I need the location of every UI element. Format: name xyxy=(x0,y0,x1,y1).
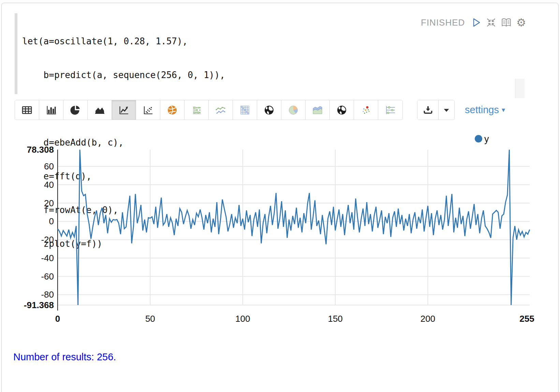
gear-icon: ⚙ xyxy=(516,17,526,28)
caret-down-icon xyxy=(442,106,451,114)
chart-type-area-button[interactable] xyxy=(88,100,112,120)
svg-text:78.308: 78.308 xyxy=(27,145,54,155)
chart-type-group xyxy=(15,100,403,120)
globe-dark-2-icon xyxy=(336,104,348,116)
multi-line-icon xyxy=(215,104,226,116)
svg-text:200: 200 xyxy=(421,314,435,324)
chart-type-globe2-button[interactable] xyxy=(330,100,354,120)
chart-type-globe-button[interactable] xyxy=(257,100,281,120)
chart-type-pie-colored-button[interactable] xyxy=(281,100,306,120)
editor-scrollbar[interactable] xyxy=(515,79,525,98)
status-badge: FINISHED xyxy=(421,17,465,28)
download-icon xyxy=(423,105,433,116)
svg-text:-80: -80 xyxy=(41,289,54,300)
svg-text:20: 20 xyxy=(44,198,54,208)
code-line: b=predict(a, sequence(256, 0, 1)), xyxy=(22,70,289,81)
settings-label: settings xyxy=(465,104,499,116)
pie-colored-icon xyxy=(288,104,299,116)
chart-type-pie-button[interactable] xyxy=(63,100,88,120)
settings-toggle[interactable]: settings ▾ xyxy=(465,100,505,120)
run-button[interactable] xyxy=(470,17,482,28)
chart-type-line-button[interactable] xyxy=(112,100,136,120)
svg-text:-91.368: -91.368 xyxy=(24,300,54,310)
minimize-icon xyxy=(486,17,496,28)
settings-caret-icon: ▾ xyxy=(502,106,505,114)
paragraph-settings-button[interactable]: ⚙ xyxy=(515,17,527,28)
download-options-button[interactable] xyxy=(439,100,454,120)
minimize-button[interactable] xyxy=(485,17,497,28)
chart-type-table-button[interactable] xyxy=(15,100,39,120)
svg-text:150: 150 xyxy=(328,314,342,324)
svg-text:-20: -20 xyxy=(41,235,54,245)
visualization-toolbar: settings ▾ xyxy=(2,100,558,120)
svg-text:y: y xyxy=(484,134,489,144)
scatter-plot-icon xyxy=(142,104,154,116)
result-line-chart[interactable]: 78.3086040200-20-40-60-80-91.36805010015… xyxy=(2,132,559,335)
svg-text:40: 40 xyxy=(44,180,54,190)
svg-text:255: 255 xyxy=(519,314,534,324)
table-icon xyxy=(21,104,33,116)
chart-type-heatmap-button[interactable] xyxy=(233,100,257,120)
chart-type-bar-button[interactable] xyxy=(39,100,63,120)
svg-text:-60: -60 xyxy=(41,271,54,282)
line-chart-icon xyxy=(118,104,130,116)
chart-type-scatter-button[interactable] xyxy=(136,100,160,120)
result-chart-area: 78.3086040200-20-40-60-80-91.36805010015… xyxy=(2,132,559,335)
stacked-area-icon xyxy=(312,104,323,116)
chart-type-scatter-colored-button[interactable] xyxy=(354,100,378,120)
code-line: let(a=oscillate(1, 0.28, 1.57), xyxy=(22,36,289,47)
svg-text:0: 0 xyxy=(49,216,54,226)
bubble-matrix-icon xyxy=(191,104,202,116)
code-gutter-bar xyxy=(15,13,17,94)
book-icon xyxy=(501,17,512,28)
globe-dark-icon xyxy=(263,104,275,116)
bar-chart-icon xyxy=(45,104,57,116)
paragraph-controls: FINISHED xyxy=(421,17,527,28)
sliders-icon xyxy=(385,104,396,116)
export-group xyxy=(417,100,455,120)
svg-text:-40: -40 xyxy=(41,253,54,263)
chart-type-stacked-area-button[interactable] xyxy=(306,100,330,120)
svg-text:100: 100 xyxy=(235,314,250,324)
svg-text:60: 60 xyxy=(44,161,54,171)
results-count-text: Number of results: 256. xyxy=(13,351,116,363)
chart-type-map-button[interactable] xyxy=(160,100,185,120)
play-icon xyxy=(471,17,482,28)
show-editor-button[interactable] xyxy=(500,17,512,28)
svg-text:50: 50 xyxy=(145,314,155,324)
notebook-paragraph-card: let(a=oscillate(1, 0.28, 1.57), b=predic… xyxy=(1,3,559,392)
globe-orange-icon xyxy=(166,104,178,116)
chart-type-parallel-coords-button[interactable] xyxy=(378,100,402,120)
chart-type-multiline-button[interactable] xyxy=(209,100,233,120)
download-button[interactable] xyxy=(417,100,439,120)
heatmap-icon xyxy=(239,104,251,116)
area-chart-icon xyxy=(94,104,105,116)
scatter-colored-icon xyxy=(360,104,372,116)
pie-chart-icon xyxy=(70,104,81,116)
chart-type-bubble-matrix-button[interactable] xyxy=(185,100,209,120)
svg-text:0: 0 xyxy=(55,314,60,324)
